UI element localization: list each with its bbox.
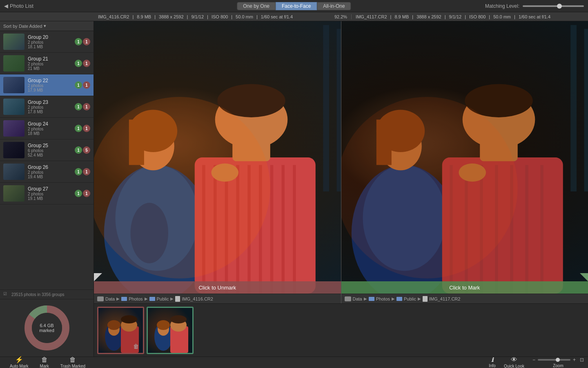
group-name: Group 22: [28, 78, 71, 83]
zoom-slider[interactable]: [538, 359, 570, 361]
group-badges: 1 1: [75, 60, 90, 67]
group-badge-trash: 1: [83, 168, 90, 175]
quick-look-button[interactable]: 👁 Quick Look: [504, 357, 524, 368]
svg-point-64: [121, 315, 137, 323]
zoom-label: Zoom: [553, 364, 564, 368]
trash-marked-button[interactable]: 🗑 Trash Marked: [55, 356, 91, 368]
right-breadcrumb: Data ▶ Photos ▶ Public ▶ IMG_4117.CR2: [341, 294, 588, 303]
bottom-right-tools: ℹ Info 👁 Quick Look − + ⊡ Zoom: [489, 357, 584, 368]
back-button[interactable]: ◀ Photo List: [4, 3, 33, 9]
group-name: Group 24: [28, 121, 71, 127]
zoom-plus-icon: +: [573, 357, 576, 363]
matching-level-label: Matching Level:: [485, 3, 519, 9]
group-list-item-group-27[interactable]: Group 27 2 photos 19.1 MB1 1: [0, 183, 94, 204]
left-folder1-icon: [121, 297, 127, 301]
group-name: Group 20: [28, 34, 71, 40]
svg-point-56: [341, 97, 518, 278]
left-exposure: 1/60 sec at f/1.4: [261, 14, 293, 19]
svg-point-61: [107, 320, 120, 330]
group-list-item-group-25[interactable]: Group 25 6 photos 52.4 MB1 5: [0, 139, 94, 161]
group-badges: 1 1: [75, 125, 90, 132]
group-photos-count: 2 photos: [28, 127, 71, 131]
right-drive-icon: [345, 296, 351, 301]
film-thumb-1[interactable]: 🗑: [97, 307, 144, 354]
auto-mark-button[interactable]: ⚡ Auto Mark: [4, 356, 34, 368]
group-thumbnail: [3, 77, 24, 93]
sort-bar[interactable]: Sort by Date Added ▾: [0, 21, 94, 31]
group-list-item-group-20[interactable]: Group 20 2 photos 18.1 MB1 1: [0, 31, 94, 53]
left-file-icon: [175, 296, 180, 302]
group-badge-trash: 1: [83, 81, 90, 89]
group-info: Group 24 2 photos 18 MB: [28, 121, 71, 136]
svg-point-69: [157, 320, 170, 330]
group-badges: 1 1: [75, 38, 90, 45]
group-badge-trash: 1: [83, 125, 90, 132]
group-badges: 1 1: [75, 81, 90, 89]
view-mode-selector: One by One Face-to-Face All-in-One: [237, 2, 351, 10]
group-info: Group 21 2 photos 21 MB: [28, 56, 71, 71]
sidebar: Sort by Date Added ▾ Group 20 2 photos 1…: [0, 21, 94, 357]
right-filename: IMG_4117.CR2: [356, 14, 387, 19]
left-filename: IMG_4116.CR2: [98, 14, 129, 19]
info-sep4: |: [207, 14, 208, 19]
info-sep2: |: [154, 14, 156, 19]
group-list-item-group-22[interactable]: Group 22 2 photos 17.9 MB1 1: [0, 74, 94, 96]
group-badge-keep: 1: [75, 190, 82, 197]
auto-mark-icon: ⚡: [15, 357, 23, 363]
group-badges: 1 5: [75, 146, 90, 154]
left-drive-icon: [97, 296, 104, 301]
left-date: 9/1/12: [191, 14, 204, 19]
right-focal: 50.0 mm: [493, 14, 511, 19]
right-folder2-icon: [396, 297, 402, 301]
trash-marked-icon: 🗑: [69, 357, 76, 363]
svg-rect-37: [570, 25, 577, 191]
group-thumbnail: [3, 99, 24, 115]
group-list-item-group-23[interactable]: Group 23 2 photos 17.8 MB1 1: [0, 96, 94, 118]
click-to-mark-button[interactable]: Click to Mark: [341, 281, 588, 294]
info-sep5: |: [231, 14, 232, 19]
right-arrow3-icon: ▶: [418, 296, 421, 301]
info-sep6: |: [256, 14, 258, 19]
zoom-slider-area[interactable]: − + ⊡: [532, 357, 584, 363]
left-breadcrumb-public: Public: [157, 296, 169, 301]
mark-button[interactable]: 🗑 Mark: [34, 356, 55, 368]
group-list-item-group-24[interactable]: Group 24 2 photos 18 MB1 1: [0, 118, 94, 139]
quick-look-label: Quick Look: [504, 364, 524, 368]
groups-list: Group 20 2 photos 18.1 MB1 1Group 21 2 p…: [0, 31, 94, 289]
group-photos-count: 2 photos: [28, 83, 71, 88]
right-corner-arrow-icon: [580, 273, 588, 281]
film-thumb-2[interactable]: [147, 307, 194, 354]
trash-icon: 🗑: [133, 343, 141, 351]
group-badge-trash: 1: [83, 103, 90, 110]
group-list-item-group-21[interactable]: Group 21 2 photos 21 MB1 1: [0, 53, 94, 74]
group-badges: 1 1: [75, 103, 90, 110]
check-icon: ☑: [3, 292, 9, 297]
matching-level-slider[interactable]: [523, 5, 584, 7]
matching-slider-thumb: [557, 4, 562, 9]
group-size: 19.1 MB: [28, 196, 71, 201]
right-breadcrumb-photos: Photos: [376, 296, 390, 301]
group-photos-count: 2 photos: [28, 40, 71, 45]
right-dimensions: 3888 x 2592: [416, 14, 441, 19]
info-icon: ℹ: [491, 357, 493, 363]
view-mode-face-to-face[interactable]: Face-to-Face: [276, 2, 317, 10]
view-mode-all-in-one[interactable]: All-in-One: [317, 2, 351, 10]
view-mode-one-by-one[interactable]: One by One: [237, 2, 276, 10]
group-name: Group 26: [28, 164, 71, 170]
left-arrow2-icon: ▶: [145, 296, 148, 301]
group-size: 17.9 MB: [28, 88, 71, 92]
photos-count: 23515 photos in 3356 groups: [11, 292, 65, 297]
group-info: Group 20 2 photos 18.1 MB: [28, 34, 71, 49]
right-photo-display: Click to Mark: [341, 21, 588, 294]
info-button[interactable]: ℹ Info: [489, 357, 496, 368]
group-info: Group 26 2 photos 19.4 MB: [28, 164, 71, 179]
click-to-unmark-button[interactable]: Click to Unmark: [94, 281, 341, 294]
group-badge-keep: 1: [75, 38, 82, 45]
group-badge-keep: 1: [75, 81, 82, 89]
info-right: IMG_4117.CR2 | 8.9 MB | 3888 x 2592 | 9/…: [352, 14, 588, 19]
matching-level-control: Matching Level:: [485, 3, 584, 9]
group-list-item-group-26[interactable]: Group 26 2 photos 19.4 MB1 1: [0, 161, 94, 183]
left-photo-image: [94, 21, 341, 294]
left-size: 8.9 MB: [137, 14, 151, 19]
svg-rect-24: [270, 165, 273, 294]
